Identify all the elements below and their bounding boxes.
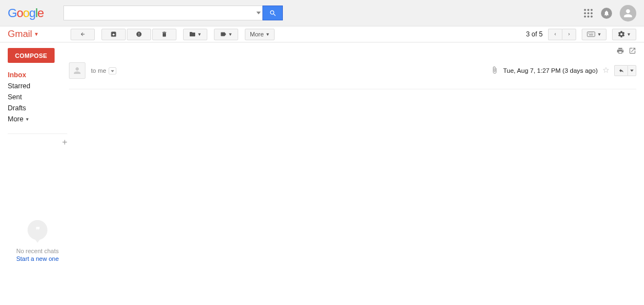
move-to-button[interactable]: ▼ bbox=[183, 29, 207, 40]
app-label-text: Gmail bbox=[8, 29, 32, 40]
chevron-down-icon: ▼ bbox=[265, 32, 270, 37]
sender-avatar[interactable] bbox=[69, 62, 85, 79]
chevron-right-icon bbox=[567, 31, 571, 37]
search-icon bbox=[269, 9, 277, 17]
svg-rect-13 bbox=[593, 33, 593, 34]
delete-button[interactable] bbox=[152, 29, 176, 40]
new-chat-button[interactable]: + bbox=[62, 137, 67, 147]
back-button[interactable] bbox=[71, 29, 95, 40]
message-date: Tue, Aug 7, 1:27 PM (3 days ago) bbox=[503, 67, 598, 74]
settings-button[interactable]: ▼ bbox=[612, 29, 636, 40]
search-button[interactable] bbox=[262, 6, 283, 20]
top-bar: Google bbox=[0, 0, 644, 26]
prev-button[interactable] bbox=[548, 29, 562, 40]
sidebar-item-sent[interactable]: Sent bbox=[8, 92, 69, 103]
more-label: More bbox=[250, 31, 264, 38]
gear-icon bbox=[618, 30, 625, 38]
reply-icon bbox=[618, 68, 625, 73]
more-button[interactable]: More ▼ bbox=[245, 29, 275, 40]
message-header: to me Tue, Aug 7, 1:27 PM (3 days ago) bbox=[69, 58, 636, 89]
svg-point-1 bbox=[587, 9, 589, 11]
spam-icon bbox=[136, 31, 142, 38]
app-label[interactable]: Gmail ▼ bbox=[8, 29, 39, 40]
message-meta: Tue, Aug 7, 1:27 PM (3 days ago) bbox=[491, 65, 636, 76]
svg-rect-14 bbox=[589, 35, 593, 35]
account-avatar[interactable] bbox=[620, 5, 636, 22]
archive-icon bbox=[110, 31, 117, 38]
chevron-down-icon: ▼ bbox=[34, 31, 39, 37]
no-chats-text: No recent chats bbox=[8, 248, 67, 254]
sidebar: COMPOSE Inbox Starred Sent Drafts More ▼… bbox=[0, 42, 69, 262]
show-details-button[interactable] bbox=[109, 67, 116, 74]
star-icon bbox=[602, 66, 610, 74]
chat-section: + ❞ No recent chats Start a new one bbox=[8, 133, 67, 262]
print-button[interactable] bbox=[616, 47, 624, 55]
action-toolbar: Gmail ▼ ▼ ▼ More ▼ bbox=[0, 26, 644, 42]
folder-list: Inbox Starred Sent Drafts More ▼ bbox=[8, 69, 69, 125]
message-pane: to me Tue, Aug 7, 1:27 PM (3 days ago) bbox=[69, 42, 644, 262]
sidebar-item-more[interactable]: More ▼ bbox=[8, 114, 69, 125]
trash-icon bbox=[161, 31, 168, 38]
reply-more-button[interactable] bbox=[627, 65, 636, 76]
chevron-down-icon: ▼ bbox=[228, 32, 233, 37]
main-layout: COMPOSE Inbox Starred Sent Drafts More ▼… bbox=[0, 42, 644, 262]
svg-rect-12 bbox=[591, 33, 592, 34]
new-window-button[interactable] bbox=[629, 47, 636, 55]
star-button[interactable] bbox=[602, 66, 610, 76]
apps-icon[interactable] bbox=[583, 8, 593, 18]
google-logo[interactable]: Google bbox=[8, 6, 44, 20]
svg-point-5 bbox=[591, 12, 593, 14]
folder-icon bbox=[189, 31, 196, 38]
svg-point-7 bbox=[587, 15, 589, 18]
label-icon bbox=[220, 31, 227, 38]
back-arrow-icon bbox=[79, 31, 87, 37]
notifications-icon[interactable] bbox=[601, 8, 612, 19]
svg-point-8 bbox=[591, 15, 593, 18]
labels-button[interactable]: ▼ bbox=[214, 29, 238, 40]
message-actions bbox=[69, 42, 636, 58]
search-options-dropdown[interactable] bbox=[255, 6, 262, 20]
archive-button[interactable] bbox=[101, 29, 126, 40]
reply-button[interactable] bbox=[614, 65, 627, 76]
compose-button[interactable]: COMPOSE bbox=[8, 48, 55, 63]
svg-point-4 bbox=[587, 12, 589, 14]
chevron-down-icon: ▼ bbox=[197, 32, 202, 37]
chevron-down-icon: ▼ bbox=[25, 117, 29, 122]
svg-point-0 bbox=[584, 9, 586, 11]
svg-point-3 bbox=[584, 12, 586, 14]
sidebar-item-inbox[interactable]: Inbox bbox=[8, 69, 69, 81]
chevron-left-icon bbox=[553, 31, 557, 37]
top-right-controls bbox=[583, 5, 636, 22]
svg-rect-11 bbox=[590, 33, 591, 34]
search-input[interactable] bbox=[63, 6, 255, 20]
sidebar-item-starred[interactable]: Starred bbox=[8, 81, 69, 92]
hangouts-icon: ❞ bbox=[28, 220, 47, 240]
svg-point-6 bbox=[584, 15, 586, 18]
start-chat-link[interactable]: Start a new one bbox=[8, 255, 67, 262]
search-container bbox=[63, 6, 283, 20]
attachment-icon[interactable] bbox=[491, 66, 498, 76]
spam-button[interactable] bbox=[127, 29, 151, 40]
more-label: More bbox=[8, 115, 23, 123]
keyboard-icon bbox=[587, 31, 595, 37]
input-tools-button[interactable]: ▼ bbox=[582, 29, 607, 40]
chevron-down-icon bbox=[111, 70, 114, 72]
print-icon bbox=[616, 47, 624, 55]
svg-rect-9 bbox=[587, 32, 595, 37]
expand-icon bbox=[629, 47, 636, 55]
to-text: to me bbox=[91, 67, 106, 74]
message-count: 3 of 5 bbox=[526, 30, 543, 38]
recipient-info: to me bbox=[91, 67, 116, 74]
chevron-down-icon: ▼ bbox=[627, 32, 631, 37]
svg-rect-10 bbox=[588, 33, 589, 34]
chevron-down-icon bbox=[630, 69, 634, 72]
next-button[interactable] bbox=[562, 29, 576, 40]
sidebar-item-drafts[interactable]: Drafts bbox=[8, 103, 69, 114]
svg-point-2 bbox=[591, 9, 593, 11]
chevron-down-icon: ▼ bbox=[597, 32, 602, 37]
